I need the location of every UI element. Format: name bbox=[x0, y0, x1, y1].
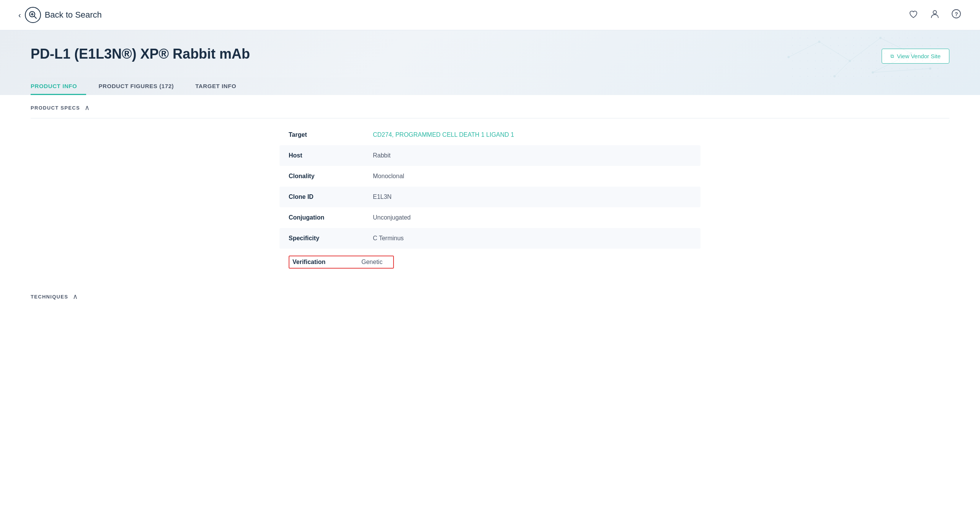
svg-line-1 bbox=[34, 16, 36, 18]
techniques-header-left: TECHNIQUES ∧ bbox=[31, 292, 78, 301]
techniques-section-header[interactable]: TECHNIQUES ∧ bbox=[31, 284, 949, 307]
tab-product-info[interactable]: PRODUCT INFO bbox=[31, 77, 86, 95]
spec-value-clone-id: E1L3N bbox=[373, 193, 392, 200]
techniques-chevron-icon: ∧ bbox=[73, 292, 78, 301]
spec-label-clonality: Clonality bbox=[289, 173, 373, 180]
svg-point-10 bbox=[879, 37, 882, 39]
svg-line-16 bbox=[819, 42, 850, 61]
spec-row-clonality: Clonality Monoclonal bbox=[279, 166, 701, 187]
svg-point-11 bbox=[910, 52, 912, 54]
spec-row-specificity: Specificity C Terminus bbox=[279, 228, 701, 249]
svg-point-13 bbox=[872, 71, 874, 74]
spec-row-clone-id: Clone ID E1L3N bbox=[279, 187, 701, 207]
view-vendor-button[interactable]: ⧉ View Vendor Site bbox=[882, 49, 949, 64]
nav-icon-group: ? bbox=[908, 8, 962, 21]
svg-point-9 bbox=[849, 60, 851, 62]
svg-line-19 bbox=[835, 61, 850, 76]
spec-value-target[interactable]: CD274, PROGRAMMED CELL DEATH 1 LIGAND 1 bbox=[373, 131, 514, 138]
section-header-left: PRODUCT SPECS ∧ bbox=[31, 103, 90, 112]
top-navigation: ‹ Back to Search ? bbox=[0, 0, 980, 30]
spec-label-specificity: Specificity bbox=[289, 235, 373, 242]
help-icon[interactable]: ? bbox=[951, 8, 962, 21]
svg-point-12 bbox=[833, 75, 836, 77]
spec-value-conjugation: Unconjugated bbox=[373, 214, 411, 221]
spec-row-host: Host Rabbit bbox=[279, 145, 701, 166]
tab-target-info[interactable]: TARGET INFO bbox=[195, 77, 245, 95]
hero-inner: PD-L1 (E1L3N®) XP® Rabbit mAb ⧉ View Ven… bbox=[31, 46, 949, 74]
tab-product-figures[interactable]: PRODUCT FIGURES (172) bbox=[98, 77, 183, 95]
specs-table: Target CD274, PROGRAMMED CELL DEATH 1 LI… bbox=[279, 118, 701, 275]
user-icon[interactable] bbox=[929, 8, 940, 21]
spec-row-target: Target CD274, PROGRAMMED CELL DEATH 1 LI… bbox=[279, 125, 701, 145]
external-link-icon: ⧉ bbox=[890, 53, 894, 59]
spec-row-verification: Verification Genetic bbox=[279, 249, 701, 275]
spec-label-host: Host bbox=[289, 152, 373, 159]
hero-section: PD-L1 (E1L3N®) XP® Rabbit mAb ⧉ View Ven… bbox=[0, 30, 980, 95]
tabs-bar: PRODUCT INFO PRODUCT FIGURES (172) TARGE… bbox=[31, 77, 949, 95]
svg-line-21 bbox=[873, 69, 930, 72]
product-specs-chevron-icon: ∧ bbox=[85, 103, 90, 112]
svg-line-15 bbox=[789, 42, 819, 57]
product-specs-section-header[interactable]: PRODUCT SPECS ∧ bbox=[31, 95, 949, 118]
svg-point-8 bbox=[818, 41, 820, 43]
spec-value-host: Rabbit bbox=[373, 152, 390, 159]
product-title: PD-L1 (E1L3N®) XP® Rabbit mAb bbox=[31, 46, 250, 62]
logo-icon bbox=[25, 7, 41, 23]
spec-label-verification: Verification bbox=[292, 259, 361, 266]
verification-highlight-box: Verification Genetic bbox=[289, 256, 394, 269]
spec-value-verification: Genetic bbox=[361, 259, 382, 266]
svg-line-17 bbox=[850, 38, 880, 61]
svg-line-18 bbox=[880, 38, 911, 53]
svg-point-14 bbox=[929, 67, 931, 70]
spec-label-clone-id: Clone ID bbox=[289, 193, 373, 200]
techniques-section: TECHNIQUES ∧ bbox=[31, 275, 949, 307]
favorites-icon[interactable] bbox=[908, 8, 919, 21]
spec-value-clonality: Monoclonal bbox=[373, 173, 404, 180]
back-chevron-icon: ‹ bbox=[18, 11, 21, 20]
svg-line-20 bbox=[873, 53, 911, 72]
svg-point-4 bbox=[933, 11, 937, 14]
spec-label-target: Target bbox=[289, 131, 373, 138]
spec-label-conjugation: Conjugation bbox=[289, 214, 373, 221]
svg-text:?: ? bbox=[955, 11, 958, 17]
view-vendor-label: View Vendor Site bbox=[897, 53, 941, 59]
spec-row-conjugation: Conjugation Unconjugated bbox=[279, 207, 701, 228]
back-to-search-label: Back to Search bbox=[45, 10, 102, 20]
back-to-search-link[interactable]: ‹ Back to Search bbox=[18, 7, 102, 23]
main-content: PRODUCT SPECS ∧ Target CD274, PROGRAMMED… bbox=[0, 95, 980, 307]
techniques-title: TECHNIQUES bbox=[31, 294, 68, 300]
spec-value-specificity: C Terminus bbox=[373, 235, 404, 242]
product-specs-title: PRODUCT SPECS bbox=[31, 105, 80, 111]
